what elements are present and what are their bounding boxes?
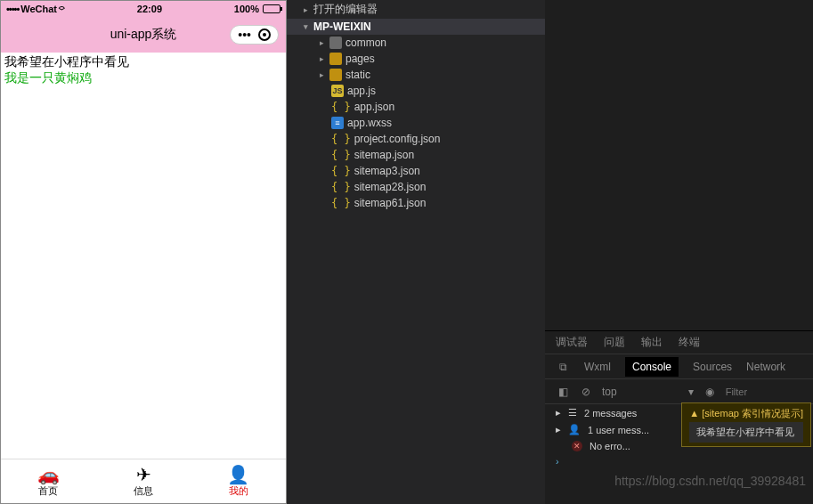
file-name: app.js — [347, 85, 376, 97]
inspect-icon[interactable]: ⧉ — [556, 360, 570, 374]
context-dropdown[interactable]: top ▾ — [602, 386, 694, 398]
file-name: static — [346, 69, 370, 81]
file-name: common — [346, 37, 386, 49]
tooltip-title: [sitemap 索引情况提示] — [702, 408, 803, 419]
devtools-primary-tabs: 调试器 问题 输出 终端 — [545, 331, 813, 354]
tabbar: 🚗 首页 ✈ 信息 👤 我的 — [1, 459, 286, 503]
file-tree-item[interactable]: ▸pages — [287, 51, 545, 67]
wxss-file-icon: ≡ — [331, 117, 344, 129]
page-title: uni-app系统 — [110, 27, 177, 43]
file-name: sitemap28.json — [354, 181, 427, 193]
list-icon: ☰ — [568, 407, 577, 419]
folder-icon — [329, 37, 342, 49]
console-prompt[interactable]: › — [545, 454, 813, 468]
content-line-1: 我希望在小程序中看见 — [4, 54, 282, 70]
clear-icon[interactable]: ⊘ — [579, 385, 593, 399]
file-name: app.json — [354, 101, 394, 113]
battery-percent: 100% — [234, 4, 259, 14]
subtab-network[interactable]: Network — [746, 361, 785, 373]
tooltip-body: 我希望在小程序中看见 — [689, 422, 803, 443]
file-tree-item[interactable]: { }project.config.json — [287, 131, 545, 147]
file-name: project.config.json — [354, 133, 441, 145]
subtab-wxml[interactable]: Wxml — [584, 361, 611, 373]
more-icon[interactable]: ••• — [238, 28, 251, 41]
tab-output[interactable]: 输出 — [641, 335, 663, 350]
file-name: pages — [346, 53, 375, 65]
tab-mine[interactable]: 👤 我的 — [191, 459, 286, 503]
error-label: No erro... — [589, 441, 630, 451]
carrier-label: WeChat — [20, 4, 57, 14]
status-time: 22:09 — [137, 4, 162, 14]
nav-bar: uni-app系统 ••• — [1, 17, 286, 53]
wifi-icon: ⌔ — [59, 4, 65, 14]
chevron-right-icon: ▸ — [556, 424, 561, 435]
json-file-icon: { } — [331, 165, 351, 177]
file-name: sitemap.json — [354, 149, 414, 161]
page-content: 我希望在小程序中看见 我是一只黄焖鸡 — [1, 53, 286, 459]
project-root[interactable]: ▾ MP-WEIXIN — [287, 19, 545, 35]
tab-terminal[interactable]: 终端 — [679, 335, 700, 350]
capsule-button[interactable]: ••• — [230, 25, 279, 45]
file-tree-item[interactable]: { }sitemap61.json — [287, 195, 545, 211]
json-file-icon: { } — [331, 149, 351, 161]
chevron-down-icon: ▾ — [688, 386, 694, 398]
json-file-icon: { } — [331, 101, 351, 113]
file-tree-item[interactable]: ▸common — [287, 35, 545, 51]
root-label: MP-WEIXIN — [313, 20, 371, 33]
file-tree-item[interactable]: { }sitemap3.json — [287, 163, 545, 179]
warning-icon: ▲ — [689, 408, 699, 419]
battery-icon — [263, 4, 280, 13]
file-name: app.wxss — [347, 117, 392, 129]
file-name: sitemap61.json — [354, 197, 427, 209]
devtools-sub-tabs: ⧉ Wxml Console Sources Network — [545, 354, 813, 379]
context-label: top — [602, 386, 617, 398]
json-file-icon: { } — [331, 133, 351, 145]
tab-label: 首页 — [38, 484, 58, 498]
js-file-icon: JS — [331, 85, 344, 97]
close-capsule-icon[interactable] — [258, 28, 271, 41]
user-icon: 👤 — [568, 424, 581, 435]
tab-messages[interactable]: ✈ 信息 — [96, 459, 191, 503]
subtab-sources[interactable]: Sources — [693, 361, 732, 373]
file-tree-item[interactable]: { }sitemap.json — [287, 147, 545, 163]
file-tree-item[interactable]: ▸static — [287, 67, 545, 83]
sidebar-toggle-icon[interactable]: ◧ — [556, 385, 570, 399]
editor-area[interactable] — [545, 0, 813, 330]
json-file-icon: { } — [331, 197, 351, 209]
file-tree-item[interactable]: { }app.json — [287, 99, 545, 115]
tab-debugger[interactable]: 调试器 — [556, 335, 588, 350]
file-name: sitemap3.json — [354, 165, 420, 177]
file-tree-item[interactable]: ≡app.wxss — [287, 115, 545, 131]
file-tree-item[interactable]: JSapp.js — [287, 83, 545, 99]
open-editors-header[interactable]: ▸ 打开的编辑器 — [287, 0, 545, 19]
chevron-down-icon: ▾ — [301, 22, 310, 31]
signal-icon: ••••• — [6, 4, 19, 14]
plane-icon: ✈ — [136, 466, 151, 484]
folder-icon — [329, 53, 342, 65]
open-editors-label: 打开的编辑器 — [313, 2, 378, 17]
status-bar: ••••• WeChat ⌔ 22:09 100% — [1, 1, 286, 17]
chevron-right-icon: ▸ — [301, 5, 310, 14]
user-icon: 👤 — [227, 466, 249, 484]
content-line-2: 我是一只黄焖鸡 — [4, 70, 282, 86]
car-icon: 🚗 — [37, 466, 60, 484]
tab-label: 我的 — [229, 484, 248, 498]
subtab-console[interactable]: Console — [625, 357, 679, 377]
chevron-right-icon: ▸ — [556, 407, 561, 419]
file-explorer[interactable]: ▸ 打开的编辑器 ▾ MP-WEIXIN ▸common▸pages▸stati… — [287, 0, 545, 504]
tab-label: 信息 — [134, 484, 153, 498]
tab-problems[interactable]: 问题 — [604, 335, 625, 350]
filter-input[interactable] — [726, 386, 761, 397]
messages-summary: 2 messages — [584, 408, 637, 419]
simulator-pane: ••••• WeChat ⌔ 22:09 100% uni-app系统 ••• … — [0, 0, 287, 504]
file-tree-item[interactable]: { }sitemap28.json — [287, 179, 545, 195]
user-messages-label: 1 user mess... — [588, 425, 649, 435]
json-file-icon: { } — [331, 181, 351, 193]
console-toolbar: ◧ ⊘ top ▾ ◉ — [545, 379, 813, 404]
folder-icon — [329, 69, 342, 81]
tab-home[interactable]: 🚗 首页 — [1, 459, 96, 503]
error-icon: ✕ — [572, 441, 582, 451]
eye-icon[interactable]: ◉ — [703, 385, 717, 399]
sitemap-warning-tooltip: ▲ [sitemap 索引情况提示] 我希望在小程序中看见 — [681, 402, 811, 447]
